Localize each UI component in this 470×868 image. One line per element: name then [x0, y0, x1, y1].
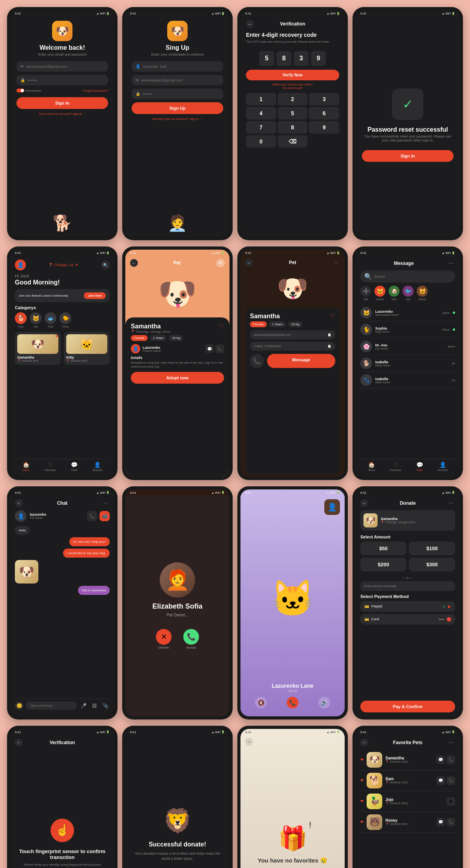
remember-toggle[interactable]: [16, 89, 24, 92]
honey-avatar[interactable]: 🐱 Honey: [374, 286, 385, 301]
nav-favorites[interactable]: ♡ Favorites: [45, 462, 56, 471]
amount-100[interactable]: $100: [409, 542, 455, 555]
fav-samantha[interactable]: ❤ 🐶 Samantha 📍 Distance (1km) 💬 📞: [360, 750, 455, 770]
signup-button[interactable]: Sign Up: [132, 102, 223, 114]
email-input-2[interactable]: [141, 78, 219, 82]
email-input[interactable]: [26, 65, 104, 69]
phone-call-btn[interactable]: 📞: [87, 511, 97, 521]
join-button[interactable]: Join Now: [84, 292, 106, 299]
msg-nav-home[interactable]: 🏠Home: [368, 462, 375, 471]
password-input[interactable]: [27, 78, 104, 82]
favlist-more[interactable]: ⋯: [447, 739, 455, 747]
msg-item-isabella2[interactable]: 🐾 Isabella Babli Owner 2d: [360, 372, 455, 389]
msg-item-ava[interactable]: 🌸 Dr. Ava Lily Owner 40min: [360, 338, 455, 355]
password-field[interactable]: 🔒: [16, 75, 108, 85]
image-btn[interactable]: 🖼: [90, 701, 99, 710]
fav-sam[interactable]: ❤ 🐕 Sam 📍 Distance (1km) 💬 📞: [360, 770, 455, 791]
fav-phone-btn-2[interactable]: 📞: [446, 776, 455, 785]
messages-search[interactable]: 🔍: [360, 270, 455, 283]
msg-nav-chat[interactable]: 💬Chat: [416, 462, 423, 471]
forgot-link[interactable]: Forget password?: [83, 89, 108, 92]
fav-msg-btn-4[interactable]: 💬: [436, 818, 445, 826]
paypal-option[interactable]: 💳 Paypal ✓ ▶: [360, 601, 455, 612]
pay-confirm-button[interactable]: Pay & Confirm: [360, 701, 455, 712]
jojo-avatar[interactable]: 🐦 Jojo: [403, 286, 414, 301]
message-button[interactable]: Message: [267, 354, 335, 368]
key-6[interactable]: 6: [309, 107, 339, 120]
code-box-1[interactable]: 5: [259, 51, 274, 66]
contact-phone[interactable]: (+880) 1759263000 📋: [250, 342, 335, 351]
nav-home[interactable]: 🏠 Home: [22, 462, 30, 471]
sassy-avatar[interactable]: 😺 Sassy: [417, 286, 428, 301]
donate-more[interactable]: ⋯: [447, 499, 455, 507]
video-call-btn[interactable]: 📹: [99, 511, 110, 521]
signin-button[interactable]: Sign In: [16, 97, 108, 109]
fav-honey[interactable]: ❤ 🐻 Honey 📍 Distance (1km) 💬 📞: [360, 812, 455, 833]
cat-chick[interactable]: 🐤 Chick: [60, 312, 71, 328]
adopt-button[interactable]: Adopt now: [131, 372, 224, 384]
donate-back[interactable]: ←: [360, 499, 368, 507]
pet-back-button[interactable]: ←: [130, 259, 138, 267]
fav-jojo[interactable]: ❤ 🦆 Jojo 📍 Distance (2km) 🗑: [360, 791, 455, 812]
accept-btn[interactable]: 📞: [183, 629, 199, 645]
message-icon-small[interactable]: 💬: [205, 344, 214, 353]
password-input-2[interactable]: [143, 92, 219, 96]
pet-card-samantha[interactable]: 🐶 Samantha 📍 Distance (km) ❤: [15, 332, 61, 365]
email-field[interactable]: ✉: [16, 61, 108, 72]
code-box-2[interactable]: 8: [277, 51, 291, 66]
nofav-back[interactable]: ←: [245, 738, 253, 746]
emoji-btn[interactable]: 😊: [15, 701, 24, 710]
phone-icon-small[interactable]: 📞: [215, 344, 224, 353]
nav-account[interactable]: 👤 Account: [92, 462, 102, 471]
three-dots-menu[interactable]: ⋯: [332, 259, 340, 266]
contact-email[interactable]: alexanderjack@gmail.com 📋: [250, 330, 335, 339]
card-option[interactable]: 💳 Cord •••• 🔴: [360, 614, 455, 625]
key-1[interactable]: 1: [246, 93, 276, 105]
fav-icon-dark[interactable]: ♡: [330, 313, 335, 319]
msg-nav-account[interactable]: 👤Account: [438, 462, 448, 471]
key-3[interactable]: 3: [309, 93, 339, 105]
cat-fish[interactable]: 🐟 Fish: [45, 312, 56, 328]
chat-more[interactable]: ⋯: [102, 499, 110, 507]
key-9[interactable]: 9: [309, 121, 339, 134]
amount-50[interactable]: $50: [360, 542, 407, 555]
amount-200[interactable]: $200: [360, 558, 407, 571]
messages-more[interactable]: ⋯: [447, 259, 455, 267]
fav-msg-btn-1[interactable]: 💬: [436, 756, 445, 764]
fav-msg-btn-2[interactable]: 💬: [436, 776, 445, 785]
name-field[interactable]: 👤: [132, 61, 223, 72]
cat-dog[interactable]: 🐕 Dog: [15, 312, 27, 328]
search-button[interactable]: 🔍: [101, 261, 110, 269]
fav-del-btn[interactable]: 🗑: [446, 797, 455, 806]
add-avatar[interactable]: ➕ Add: [360, 286, 371, 301]
favlist-back[interactable]: ←: [360, 739, 368, 747]
edit-icon[interactable]: ✏: [216, 259, 225, 267]
phone-action-btn[interactable]: 📞: [250, 354, 264, 368]
amount-300[interactable]: $300: [409, 558, 455, 571]
chat-input-field[interactable]: [26, 701, 77, 710]
chat-back[interactable]: ←: [15, 499, 23, 507]
manual-amount-input[interactable]: Enter amount manually: [360, 581, 455, 591]
key-backspace[interactable]: ⌫: [278, 135, 308, 148]
code-box-3[interactable]: 3: [294, 51, 309, 66]
password-field-2[interactable]: 🔒: [132, 89, 223, 99]
reset-signin-button[interactable]: Sign In: [362, 150, 454, 162]
mute-btn[interactable]: 🔇: [255, 697, 267, 709]
back-button[interactable]: ←: [246, 20, 254, 28]
key-8[interactable]: 8: [278, 121, 308, 134]
msg-item-isabella1[interactable]: 🐕 Isabella Molly Owner 8h: [360, 355, 455, 372]
code-box-4[interactable]: 9: [311, 51, 326, 66]
sam-avatar[interactable]: 🐶 Sam: [389, 286, 400, 301]
pet-card-kitty[interactable]: 🐱 Kitty 📍 Distance (km): [64, 332, 110, 365]
fav-phone-btn-4[interactable]: 📞: [446, 818, 455, 826]
name-input[interactable]: [143, 65, 219, 69]
speaker-btn[interactable]: 🔊: [318, 697, 330, 709]
msg-item-lazurenko[interactable]: 🐱 Lazurenko Sammantha Owner 23min: [360, 304, 455, 321]
key-7[interactable]: 7: [246, 121, 276, 134]
attachment-btn[interactable]: 📎: [101, 701, 110, 710]
key-5[interactable]: 5: [278, 107, 308, 120]
msg-nav-fav[interactable]: ♡Favorites: [390, 462, 401, 471]
pet-dark-back[interactable]: ←: [245, 259, 253, 266]
fav-phone-btn-1[interactable]: 📞: [446, 756, 455, 764]
key-0[interactable]: 0: [246, 135, 276, 148]
